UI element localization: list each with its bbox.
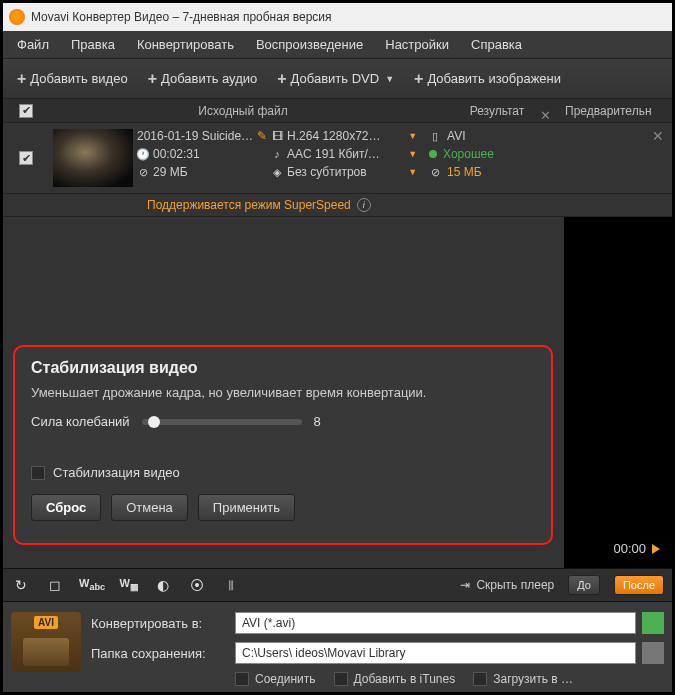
stab-title: Стабилизация видео (31, 359, 535, 377)
convert-to-label: Конвертировать в: (91, 616, 229, 631)
itunes-label: Добавить в iTunes (354, 672, 456, 686)
before-button[interactable]: До (568, 575, 600, 595)
time-display: 00:00 (613, 541, 660, 556)
edit-name-icon[interactable]: ✎ (257, 129, 271, 143)
menu-playback[interactable]: Воспроизведение (246, 33, 373, 56)
add-video-button[interactable]: +Добавить видео (7, 64, 138, 94)
watermark-image-icon[interactable]: W▦ (119, 577, 139, 592)
audio-codec: AAC 191 Кбит/… (287, 147, 380, 161)
save-folder-label: Папка сохранения: (91, 646, 229, 661)
video-dropdown-icon[interactable]: ▼ (408, 131, 423, 141)
join-label: Соединить (255, 672, 316, 686)
plus-icon: + (148, 70, 157, 88)
select-all-checkbox[interactable]: ✔ (19, 104, 33, 118)
capture-icon[interactable]: ⦿ (187, 577, 207, 593)
menu-help[interactable]: Справка (461, 33, 532, 56)
after-button[interactable]: После (614, 575, 664, 595)
apply-button[interactable]: Применить (198, 494, 295, 521)
superspeed-note: Поддерживается режим SuperSpeed i (3, 194, 672, 217)
add-dvd-button[interactable]: +Добавить DVD▼ (267, 64, 404, 94)
main-area: ▼ Стабилизация видео Уменьшает дрожание … (3, 217, 672, 568)
reset-button[interactable]: Сброс (31, 494, 101, 521)
plus-icon: + (414, 70, 423, 88)
itunes-checkbox[interactable] (334, 672, 348, 686)
titlebar: Movavi Конвертер Видео – 7-дневная пробн… (3, 3, 672, 31)
preview-pane (564, 217, 672, 568)
menu-file[interactable]: Файл (7, 33, 59, 56)
menubar: Файл Правка Конвертировать Воспроизведен… (3, 31, 672, 59)
file-size: 29 МБ (153, 165, 188, 179)
stab-description: Уменьшает дрожание кадра, но увеличивает… (31, 385, 535, 400)
video-codec: H.264 1280x72… (287, 129, 380, 143)
convert-to-browse-button[interactable] (642, 612, 664, 634)
collapse-right-icon: ⇥ (460, 578, 470, 592)
disk-icon: ⊘ (137, 166, 149, 178)
info-icon[interactable]: i (357, 198, 371, 212)
disk-icon: ⊘ (429, 166, 441, 178)
watermark-text-icon[interactable]: Wabc (79, 577, 105, 592)
add-audio-button[interactable]: +Добавить аудио (138, 64, 268, 94)
menu-convert[interactable]: Конвертировать (127, 33, 244, 56)
plus-icon: + (277, 70, 286, 88)
upload-checkbox[interactable] (473, 672, 487, 686)
playhead-icon[interactable] (652, 544, 660, 554)
upload-label: Загрузить в … (493, 672, 573, 686)
menu-settings[interactable]: Настройки (375, 33, 459, 56)
save-folder-input[interactable]: C:\Users\ ideos\Movavi Library (235, 642, 636, 664)
device-icon: ▯ (429, 130, 441, 142)
col-preview: Предварительн (557, 104, 672, 118)
stab-slider[interactable] (142, 419, 302, 425)
quality-dot-icon (429, 150, 437, 158)
subtitle-dropdown-icon[interactable]: ▼ (408, 167, 423, 177)
rotate-icon[interactable]: ↻ (11, 577, 31, 593)
col-source: Исходный файл (49, 104, 437, 118)
app-icon (9, 9, 25, 25)
stab-checkbox[interactable] (31, 466, 45, 480)
col-result: Результат✕ (437, 104, 557, 118)
plus-icon: + (17, 70, 26, 88)
clock-icon: 🕐 (137, 148, 149, 160)
bottom-form: AVI Конвертировать в: AVI (*.avi) Папка … (3, 602, 672, 692)
file-name: 2016-01-19 Suicide… (137, 129, 253, 143)
add-image-button[interactable]: +Добавить изображени (404, 64, 571, 94)
stab-slider-value: 8 (314, 414, 321, 429)
stab-slider-label: Сила колебаний (31, 414, 130, 429)
video-icon: 🎞 (271, 130, 283, 142)
result-format: AVI (447, 129, 465, 143)
slider-thumb[interactable] (148, 416, 160, 428)
convert-to-input[interactable]: AVI (*.avi) (235, 612, 636, 634)
toolstrip: ↻ ◻ Wabc W▦ ◐ ⦿ ⫴ ⇥ Скрыть плеер До Посл… (3, 568, 672, 602)
result-size[interactable]: 15 МБ (447, 165, 482, 179)
stab-checkbox-label: Стабилизация видео (53, 465, 180, 480)
result-quality: Хорошее (443, 147, 494, 161)
equalizer-icon[interactable]: ⫴ (221, 577, 241, 594)
toolbar: +Добавить видео +Добавить аудио +Добавит… (3, 59, 672, 99)
menu-edit[interactable]: Правка (61, 33, 125, 56)
file-row: ✔ 2016-01-19 Suicide…✎ 🕐00:02:31 ⊘29 МБ … (3, 123, 672, 194)
file-duration: 00:02:31 (153, 147, 200, 161)
stabilization-panel: Стабилизация видео Уменьшает дрожание ка… (13, 345, 553, 545)
subtitle-icon: ◈ (271, 166, 283, 178)
remove-file-icon[interactable]: ✕ (652, 128, 664, 144)
file-thumbnail[interactable] (53, 129, 133, 187)
hide-player-button[interactable]: ⇥ Скрыть плеер (460, 578, 554, 592)
subtitles: Без субтитров (287, 165, 367, 179)
format-icon: AVI (11, 612, 81, 672)
save-folder-browse-button[interactable] (642, 642, 664, 664)
app-window: Movavi Конвертер Видео – 7-дневная пробн… (0, 0, 675, 695)
format-badge: AVI (34, 616, 58, 629)
audio-dropdown-icon[interactable]: ▼ (408, 149, 423, 159)
crop-icon[interactable]: ◻ (45, 577, 65, 593)
audio-icon: ♪ (271, 148, 283, 160)
adjust-icon[interactable]: ◐ (153, 577, 173, 593)
join-checkbox[interactable] (235, 672, 249, 686)
column-header: ✔ Исходный файл Результат✕ Предварительн (3, 99, 672, 123)
chevron-down-icon: ▼ (385, 74, 394, 84)
close-result-icon[interactable]: ✕ (540, 108, 551, 123)
file-checkbox[interactable]: ✔ (19, 151, 33, 165)
cancel-button[interactable]: Отмена (111, 494, 188, 521)
window-title: Movavi Конвертер Видео – 7-дневная пробн… (31, 10, 332, 24)
